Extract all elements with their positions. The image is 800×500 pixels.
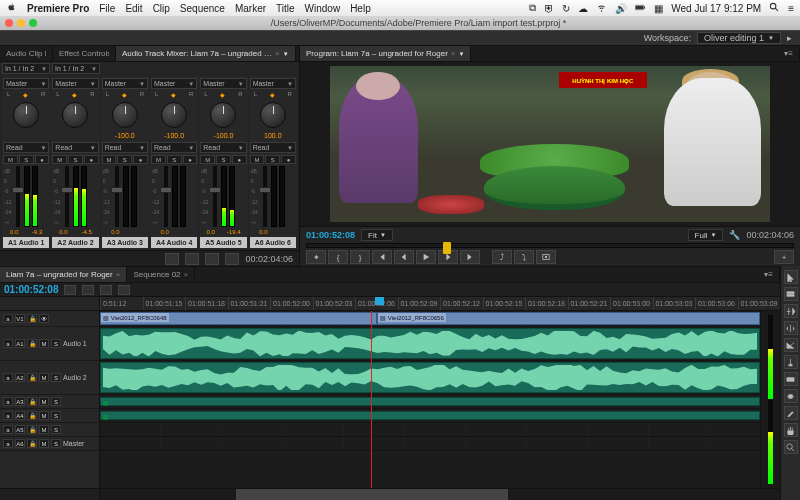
notifications-icon[interactable]: ≡ bbox=[788, 3, 794, 14]
close-icon[interactable]: × bbox=[275, 49, 280, 58]
lock-icon[interactable]: 🔒 bbox=[27, 411, 37, 420]
input-dropdown[interactable]: In 1 / In 2▼ bbox=[52, 63, 100, 74]
lock-icon[interactable]: 🔒 bbox=[27, 373, 37, 382]
pan-value[interactable]: 100.0 bbox=[264, 132, 282, 140]
sequence-tab[interactable]: Liam 7a – ungraded for Roger× bbox=[0, 267, 127, 282]
track-target[interactable]: A5 bbox=[15, 425, 25, 434]
lock-icon[interactable]: 🔒 bbox=[27, 425, 37, 434]
button-editor[interactable]: + bbox=[774, 250, 794, 264]
record-button[interactable]: ● bbox=[183, 155, 198, 164]
record-button[interactable]: ● bbox=[35, 155, 50, 164]
lift-button[interactable]: ⤴ bbox=[492, 250, 512, 264]
mute-button[interactable]: M bbox=[39, 397, 49, 406]
shield-icon[interactable]: ⛨ bbox=[544, 3, 554, 14]
settings-icon[interactable]: 🔧 bbox=[729, 230, 740, 240]
pen-tool[interactable] bbox=[784, 406, 798, 420]
track-header-a5[interactable]: aA5🔒MS bbox=[0, 423, 99, 437]
selection-tool[interactable] bbox=[784, 270, 798, 284]
db-value[interactable]: 0.0 bbox=[59, 229, 67, 235]
menu-window[interactable]: Window bbox=[305, 3, 341, 14]
solo-button[interactable]: S bbox=[51, 411, 61, 420]
volume-fader[interactable] bbox=[263, 166, 267, 227]
video-clip[interactable]: ▧ Viet2012_RF8C0648 bbox=[100, 312, 377, 325]
eye-icon[interactable]: 👁 bbox=[39, 314, 49, 323]
playhead-icon[interactable] bbox=[375, 297, 384, 305]
spotlight-icon[interactable] bbox=[769, 2, 780, 15]
audio-clip[interactable] bbox=[100, 362, 760, 393]
volume-fader[interactable] bbox=[65, 166, 69, 227]
panel-menu-icon[interactable]: ▾≡ bbox=[758, 267, 780, 282]
mute-button[interactable]: M bbox=[151, 155, 166, 164]
mute-button[interactable]: M bbox=[3, 155, 18, 164]
audio-lane[interactable]: ▧ bbox=[100, 395, 760, 409]
record-button[interactable]: ● bbox=[232, 155, 247, 164]
workspace-menu-icon[interactable]: ▸ bbox=[787, 33, 792, 43]
audio-clip[interactable]: ▧ bbox=[100, 397, 760, 406]
playhead-icon[interactable] bbox=[443, 242, 451, 254]
lock-icon[interactable]: 🔒 bbox=[27, 314, 37, 323]
rolling-tool[interactable] bbox=[784, 321, 798, 335]
quality-dropdown[interactable]: Full ▼ bbox=[688, 229, 724, 241]
pan-knob[interactable] bbox=[112, 102, 138, 128]
audio-lane[interactable] bbox=[100, 361, 760, 395]
program-timecode-left[interactable]: 01:00:52:08 bbox=[306, 230, 355, 240]
pan-value[interactable]: -100.0 bbox=[214, 132, 234, 140]
pan-knob[interactable] bbox=[210, 102, 236, 128]
menu-edit[interactable]: Edit bbox=[125, 3, 142, 14]
pan-knob[interactable] bbox=[13, 102, 39, 128]
output-routing-dropdown[interactable]: Master▼ bbox=[151, 78, 197, 89]
close-icon[interactable]: × bbox=[451, 49, 456, 58]
source-patch[interactable]: a bbox=[3, 339, 13, 348]
zoom-fit-dropdown[interactable]: Fit ▼ bbox=[361, 229, 393, 241]
mute-button[interactable]: M bbox=[250, 155, 265, 164]
audio-lane[interactable] bbox=[100, 423, 760, 437]
solo-button[interactable]: S bbox=[19, 155, 34, 164]
volume-fader[interactable] bbox=[213, 166, 217, 227]
solo-button[interactable]: S bbox=[68, 155, 83, 164]
db-value[interactable]: 0.0 bbox=[10, 229, 18, 235]
track-target[interactable]: A1 bbox=[15, 339, 25, 348]
snap-button[interactable] bbox=[64, 285, 76, 295]
volume-fader[interactable] bbox=[164, 166, 168, 227]
record-button[interactable]: ● bbox=[133, 155, 148, 164]
menu-marker[interactable]: Marker bbox=[235, 3, 266, 14]
program-scrubber[interactable] bbox=[306, 243, 794, 248]
db-value[interactable]: 0.0 bbox=[206, 229, 214, 235]
pan-knob[interactable] bbox=[62, 102, 88, 128]
track-target[interactable]: A3 bbox=[15, 397, 25, 406]
battery-icon[interactable] bbox=[635, 2, 646, 15]
settings-button[interactable] bbox=[118, 285, 130, 295]
record-button[interactable] bbox=[225, 253, 239, 265]
menu-file[interactable]: File bbox=[99, 3, 115, 14]
rate-tool[interactable] bbox=[784, 338, 798, 352]
video-clip[interactable]: ▧ Viet2012_RF8C0656 bbox=[377, 312, 760, 325]
track-header-a1[interactable]: aA1🔒MSAudio 1 bbox=[0, 327, 99, 361]
pan-value[interactable]: -100.0 bbox=[164, 132, 184, 140]
solo-button[interactable]: S bbox=[51, 397, 61, 406]
pan-knob[interactable] bbox=[260, 102, 286, 128]
slide-tool[interactable] bbox=[784, 389, 798, 403]
source-patch[interactable]: a bbox=[3, 439, 13, 448]
track-header-a3[interactable]: aA3🔒MS bbox=[0, 395, 99, 409]
pan-knob[interactable] bbox=[161, 102, 187, 128]
channel-name[interactable]: A2 Audio 2 bbox=[52, 237, 98, 248]
output-routing-dropdown[interactable]: Master▼ bbox=[200, 78, 246, 89]
video-lane[interactable]: ▧ Viet2012_RF8C0648▧ Viet2012_RF8C0656 bbox=[100, 311, 760, 327]
timeline-ruler[interactable]: 0:51:1201:00:51:1501:00:51:1801:00:51:21… bbox=[0, 297, 780, 311]
mute-button[interactable]: M bbox=[102, 155, 117, 164]
track-header-a4[interactable]: aA4🔒MS bbox=[0, 409, 99, 423]
db-value[interactable]: 0.0 bbox=[160, 229, 168, 235]
apple-icon[interactable] bbox=[6, 2, 17, 15]
track-target[interactable]: A6 bbox=[15, 439, 25, 448]
minimize-window-button[interactable] bbox=[17, 19, 25, 27]
play-button[interactable] bbox=[185, 253, 199, 265]
solo-button[interactable]: S bbox=[51, 439, 61, 448]
solo-button[interactable]: S bbox=[216, 155, 231, 164]
mute-button[interactable]: M bbox=[200, 155, 215, 164]
close-window-button[interactable] bbox=[5, 19, 13, 27]
solo-button[interactable]: S bbox=[265, 155, 280, 164]
menu-sequence[interactable]: Sequence bbox=[180, 3, 225, 14]
wifi-icon[interactable] bbox=[596, 2, 607, 15]
source-patch[interactable]: a bbox=[3, 411, 13, 420]
track-target[interactable]: A4 bbox=[15, 411, 25, 420]
